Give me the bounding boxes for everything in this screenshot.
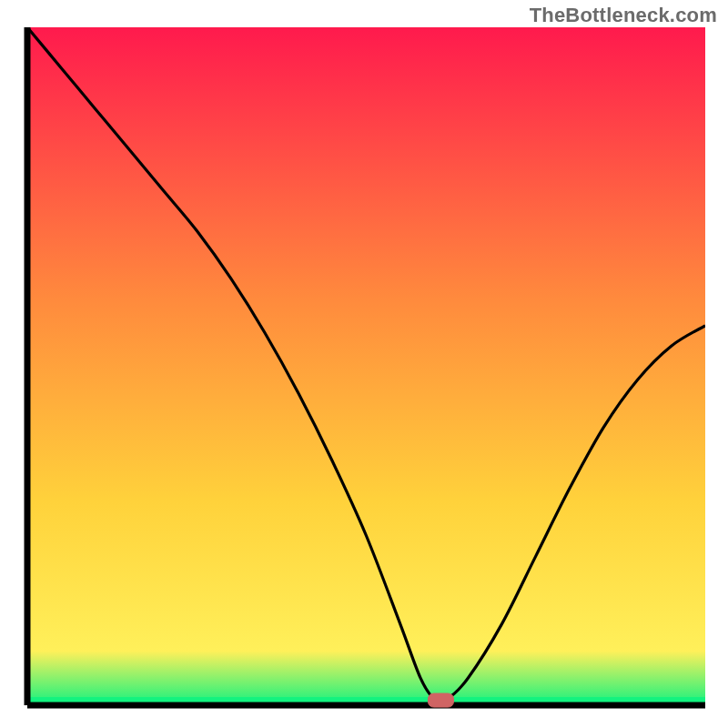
minimum-marker [428, 693, 453, 707]
chart-container: TheBottleneck.com [0, 0, 728, 728]
watermark-label: TheBottleneck.com [530, 4, 717, 27]
plot-background [27, 27, 705, 705]
bottleneck-chart [0, 0, 728, 728]
